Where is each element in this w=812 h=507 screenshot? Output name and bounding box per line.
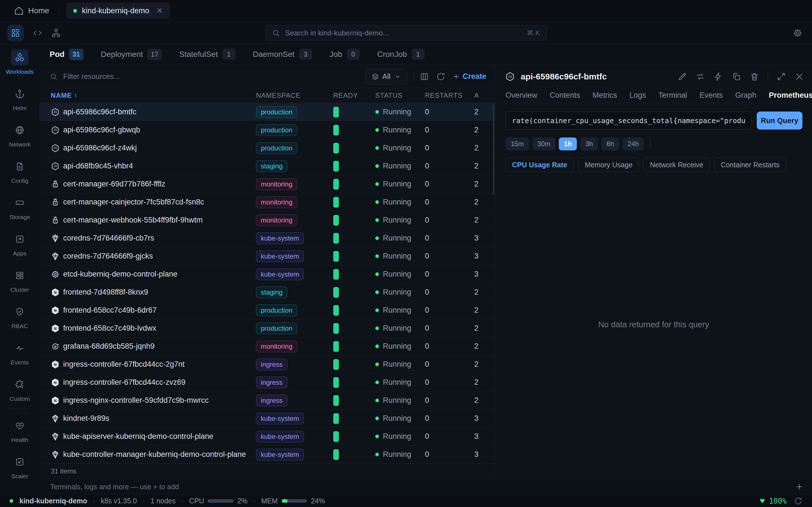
preset-cpu-usage-rate[interactable]: CPU Usage Rate	[506, 158, 574, 172]
panel-tab-metrics[interactable]: Metrics	[593, 91, 617, 100]
table-row[interactable]: kindnet-9r89skube-systemRunning03	[40, 409, 495, 428]
refresh-icon[interactable]	[794, 497, 802, 505]
time-range-24h[interactable]: 24h	[622, 137, 644, 151]
sidebar-item-workloads[interactable]: Workloads	[6, 49, 34, 75]
preset-container-restarts[interactable]: Container Restarts	[714, 158, 786, 172]
scrollbar-thumb[interactable]	[493, 105, 494, 195]
pod-name: frontend-658cc7c49b-lvdwx	[63, 324, 256, 333]
panel-tab-graph[interactable]: Graph	[735, 91, 756, 100]
create-button[interactable]: Create	[453, 72, 486, 81]
column-name[interactable]: NAME ↑	[51, 92, 256, 100]
dashboard-view-button[interactable]	[7, 25, 24, 41]
add-terminal-plus-icon[interactable]	[795, 483, 804, 491]
time-range-15m[interactable]: 15m	[506, 137, 529, 151]
tab-job[interactable]: Job0	[329, 49, 360, 60]
panel-tab-events[interactable]: Events	[700, 91, 723, 100]
panel-tab-prometheus[interactable]: Prometheus	[769, 91, 812, 100]
age-cell: 2	[474, 126, 495, 134]
table-row[interactable]: Ningress-controller-67fbcd44cc-zvz69ingr…	[40, 374, 495, 392]
time-range-30m[interactable]: 30m	[532, 137, 556, 151]
trash-icon[interactable]	[750, 72, 759, 81]
ready-indicator	[333, 233, 339, 244]
promql-query-input[interactable]	[506, 112, 752, 129]
status-cell: Running	[375, 216, 425, 224]
table-row[interactable]: JSapi-65986c96cf-bmtfcproductionRunning0…	[40, 103, 495, 121]
sidebar-item-events[interactable]: Events	[11, 340, 29, 366]
column-age[interactable]: A	[474, 92, 495, 100]
sidebar-item-storage[interactable]: Storage	[9, 194, 30, 221]
sidebar-item-custom[interactable]: Custom	[10, 376, 30, 402]
sidebar-item-health[interactable]: Health	[11, 417, 29, 443]
topology-view-icon[interactable]	[51, 28, 61, 38]
namespace-scope-dropdown[interactable]: All	[366, 69, 407, 84]
columns-icon[interactable]	[420, 72, 429, 81]
sidebar-item-config[interactable]: Config	[11, 158, 29, 184]
table-row[interactable]: Nfrontend-658cc7c49b-6dr67productionRunn…	[40, 301, 495, 320]
refresh-icon[interactable]	[436, 72, 445, 81]
filter-input[interactable]	[63, 72, 366, 81]
settings-gear-icon[interactable]	[793, 28, 802, 38]
table-row[interactable]: Nfrontend-658cc7c49b-lvdwxproductionRunn…	[40, 320, 495, 337]
home-button[interactable]: Home	[14, 6, 49, 15]
preset-network-receive[interactable]: Network Receive	[644, 158, 710, 172]
global-search[interactable]: ⌘ K	[265, 25, 547, 41]
table-row[interactable]: kube-controller-manager-kuberniq-demo-co…	[40, 446, 495, 464]
table-row[interactable]: JSapi-65986c96cf-gbwqbproductionRunning0…	[40, 121, 495, 139]
tab-deployment[interactable]: Deployment17	[101, 49, 162, 60]
sidebar-item-scaler[interactable]: Scaler	[11, 454, 29, 480]
sidebar-item-helm[interactable]: Helm	[11, 86, 29, 112]
close-tab-icon[interactable]: ✕	[156, 6, 163, 15]
panel-tab-contents[interactable]: Contents	[550, 91, 580, 100]
time-range-6h[interactable]: 6h	[601, 137, 619, 151]
column-namespace[interactable]: NAMESPACE	[256, 92, 333, 100]
table-row[interactable]: cert-manager-69d77b786f-ffflzmonitoringR…	[40, 175, 495, 193]
table-row[interactable]: JSapi-65986c96cf-z4wkjproductionRunning0…	[40, 139, 495, 157]
run-query-button[interactable]: Run Query	[757, 112, 802, 129]
column-status[interactable]: STATUS	[375, 92, 425, 100]
table-row[interactable]: Nfrontend-7d498ff8f-8knx9stagingRunning0…	[40, 283, 495, 301]
tab-statefulset[interactable]: StatefulSet1	[179, 49, 236, 60]
expand-icon[interactable]	[776, 72, 786, 81]
table-row[interactable]: Ningress-controller-67fbcd44cc-2g7ntingr…	[40, 355, 495, 374]
svg-text:N: N	[54, 362, 56, 367]
sidebar-item-network[interactable]: Network	[9, 122, 31, 148]
copy-icon[interactable]	[732, 72, 741, 81]
table-row[interactable]: kube-apiserver-kuberniq-demo-control-pla…	[40, 428, 495, 446]
table-row[interactable]: grafana-68d69cb585-jqnh9monitoringRunnin…	[40, 337, 495, 355]
namespace-badge: staging	[256, 160, 287, 172]
time-range-3h[interactable]: 3h	[580, 137, 598, 151]
workspace-tab[interactable]: kind-kuberniq-demo ✕	[66, 3, 170, 19]
table-row[interactable]: coredns-7d764666f9-cb7rskube-systemRunni…	[40, 229, 495, 247]
table-row[interactable]: coredns-7d764666f9-gjckskube-systemRunni…	[40, 247, 495, 265]
zap-icon[interactable]	[714, 72, 723, 81]
ready-indicator	[333, 359, 339, 370]
panel-tab-logs[interactable]: Logs	[629, 91, 646, 100]
sidebar-item-rbac[interactable]: RBAC	[11, 304, 29, 330]
sidebar-item-cluster[interactable]: Cluster	[10, 267, 29, 293]
table-row[interactable]: cert-manager-webhook-55b4ff9fbf-9hwtmmon…	[40, 211, 495, 229]
search-input[interactable]	[285, 29, 527, 38]
column-restarts[interactable]: RESTARTS	[425, 92, 474, 100]
table-row[interactable]: Ningress-nginx-controller-59cfdd7c9b-mwr…	[40, 392, 495, 409]
tab-pod[interactable]: Pod31	[50, 49, 84, 60]
sidebar-item-apps[interactable]: Apps	[11, 231, 29, 257]
tab-daemonset[interactable]: DaemonSet3	[253, 49, 312, 60]
svg-text:N: N	[54, 381, 56, 385]
hexn-icon: N	[51, 288, 60, 297]
ready-indicator	[333, 305, 339, 316]
tab-cronjob[interactable]: CronJob1	[377, 49, 424, 60]
panel-tab-terminal[interactable]: Terminal	[658, 91, 687, 100]
panel-tab-overview[interactable]: Overview	[506, 91, 538, 100]
pencil-icon[interactable]	[677, 72, 687, 81]
table-row[interactable]: cert-manager-cainjector-7fc5bf87cd-fsn8c…	[40, 193, 495, 211]
sync-icon[interactable]	[696, 72, 705, 81]
status-cell: Running	[375, 288, 425, 297]
code-view-icon[interactable]	[33, 28, 42, 38]
preset-memory-usage[interactable]: Memory Usage	[578, 158, 639, 172]
time-range-1h[interactable]: 1h	[559, 137, 577, 151]
table-row[interactable]: etcd-kuberniq-demo-control-planekube-sys…	[40, 265, 495, 283]
close-icon[interactable]	[795, 72, 804, 81]
column-ready[interactable]: READY	[333, 92, 375, 100]
namespace-badge: monitoring	[256, 178, 297, 190]
table-row[interactable]: JSapi-d68fb9c45-vhbr4stagingRunning02	[40, 157, 495, 175]
